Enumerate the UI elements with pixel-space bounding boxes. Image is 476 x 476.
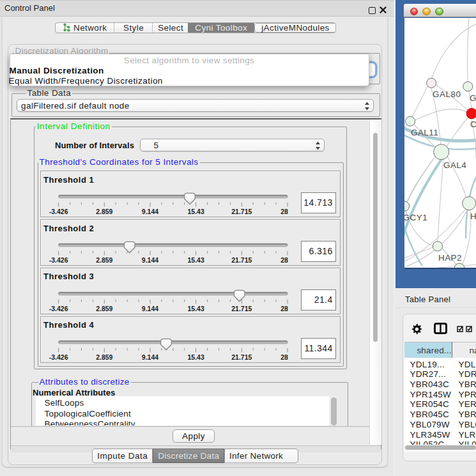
svg-text:HAP2: HAP2 [438,252,461,262]
svg-text:GAL4: GAL4 [443,160,466,170]
svg-text:H: H [470,211,476,221]
svg-text:GA: GA [469,93,476,103]
svg-text:GCY1: GCY1 [404,213,427,222]
svg-text:C: C [470,119,476,129]
svg-text:GAL80: GAL80 [433,89,461,99]
svg-text:GAL11: GAL11 [410,128,438,137]
